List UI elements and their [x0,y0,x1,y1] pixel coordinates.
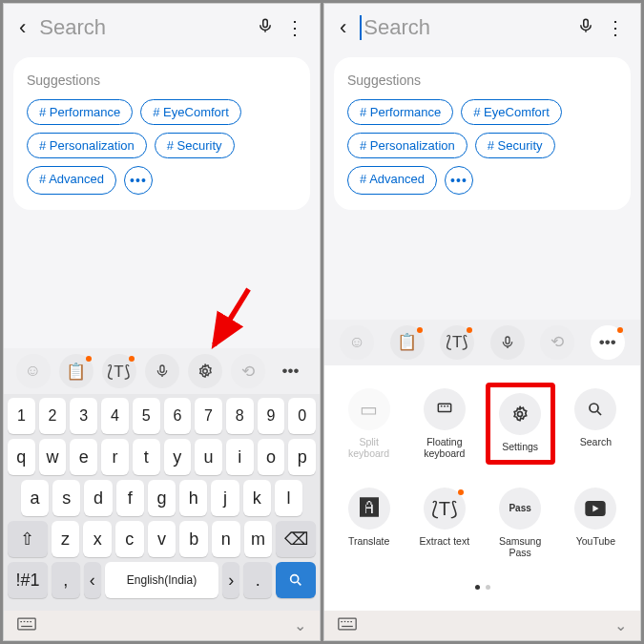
key-v[interactable]: v [148,521,177,557]
key-7[interactable]: 7 [195,398,222,434]
samsung-pass-button[interactable]: Pass Samsung Pass [486,482,555,564]
key-1[interactable]: 1 [8,398,35,434]
chip-more-icon[interactable]: ••• [445,166,473,195]
toolbar-more-icon[interactable]: ••• [274,354,308,388]
settings-icon [499,393,541,435]
key-3[interactable]: 3 [70,398,97,434]
search-input[interactable]: Search [360,15,566,40]
key-h[interactable]: h [179,480,207,516]
collapse-icon[interactable]: ⌄ [614,616,627,634]
key-i[interactable]: i [226,439,254,475]
voice-icon[interactable] [145,354,179,388]
keyboard-mode-icon[interactable] [338,617,357,634]
key-j[interactable]: j [211,480,239,516]
key-t[interactable]: t [133,439,160,475]
search-icon [574,388,616,430]
search-input[interactable]: Search [39,15,245,40]
extract-text-button[interactable]: ⟅T⟆ Extract text [409,482,479,564]
search-key[interactable] [276,562,316,598]
key-w[interactable]: w [39,439,67,475]
chip[interactable]: # Advanced [27,166,116,195]
chip[interactable]: # Performance [347,99,453,125]
text-extract-icon[interactable]: ⟅T⟆ [102,354,136,388]
key-q[interactable]: q [8,439,35,475]
key-b[interactable]: b [179,521,208,557]
key-s[interactable]: s [52,480,80,516]
key-l[interactable]: l [275,480,302,516]
voice-icon[interactable] [490,325,525,360]
key-c[interactable]: c [115,521,144,557]
chip[interactable]: # Personalization [27,133,147,158]
settings-icon[interactable] [188,354,222,388]
chip[interactable]: # Performance [27,99,133,125]
mic-icon[interactable] [577,17,594,39]
chip[interactable]: # Personalization [347,133,467,158]
emoji-icon[interactable]: ☺ [340,325,374,360]
chip[interactable]: # Security [475,133,555,158]
translate-icon[interactable]: ⟲ [231,354,265,388]
key-n[interactable]: n [212,521,240,557]
suggestions-title: Suggestions [347,73,617,88]
chip[interactable]: # Advanced [347,166,437,195]
comma-key[interactable]: , [52,562,80,598]
translate-button[interactable]: 🅰 Translate [334,482,404,564]
extract-text-icon: ⟅T⟆ [424,488,466,530]
key-f[interactable]: f [116,480,144,516]
translate-icon[interactable]: ⟲ [540,325,574,360]
key-a[interactable]: a [21,480,49,516]
chip[interactable]: # EyeComfort [140,99,240,125]
chip[interactable]: # Security [155,133,235,158]
lang-prev-key[interactable]: ‹ [84,562,101,598]
key-m[interactable]: m [244,521,273,557]
more-icon[interactable]: ⋮ [606,16,625,39]
chip[interactable]: # EyeComfort [461,99,561,125]
back-icon[interactable]: ‹ [340,15,346,40]
toolbar-more-icon[interactable]: ••• [591,325,625,360]
svg-point-20 [590,404,598,412]
key-u[interactable]: u [195,439,222,475]
lang-next-key[interactable]: › [222,562,239,598]
backspace-key[interactable]: ⌫ [276,521,316,557]
clipboard-icon[interactable]: 📋 [59,354,93,388]
keyboard-tools-grid: ▭ Split keyboard Floating keyboard Setti… [324,365,640,611]
period-key[interactable]: . [243,562,272,598]
split-keyboard-button[interactable]: ▭ Split keyboard [334,383,404,465]
key-g[interactable]: g [148,480,176,516]
key-p[interactable]: p [288,439,316,475]
youtube-button[interactable]: YouTube [561,482,631,564]
keyboard-search-button[interactable]: Search [561,383,631,465]
key-y[interactable]: y [164,439,192,475]
key-k[interactable]: k [243,480,271,516]
key-z[interactable]: z [52,521,80,557]
key-2[interactable]: 2 [39,398,67,434]
symbols-key[interactable]: !#1 [8,562,48,598]
key-5[interactable]: 5 [133,398,160,434]
key-0[interactable]: 0 [288,398,316,434]
key-d[interactable]: d [84,480,112,516]
key-e[interactable]: e [70,439,97,475]
svg-point-3 [202,369,207,374]
keyboard-mode-icon[interactable] [17,617,36,634]
key-o[interactable]: o [258,439,285,475]
clipboard-icon[interactable]: 📋 [390,325,425,360]
keyboard-settings-button[interactable]: Settings [486,383,555,465]
floating-keyboard-button[interactable]: Floating keyboard [409,383,479,465]
chip-more-icon[interactable]: ••• [124,166,153,195]
phone-left: ‹ Search ⋮ Suggestions # Performance # E… [3,3,321,641]
mic-icon[interactable] [257,17,274,39]
key-x[interactable]: x [83,521,112,557]
search-bar: ‹ Search ⋮ [324,4,640,52]
phone-right: ‹ Search ⋮ Suggestions # Performance # E… [323,3,641,641]
key-9[interactable]: 9 [258,398,285,434]
collapse-icon[interactable]: ⌄ [294,616,306,634]
back-icon[interactable]: ‹ [19,15,26,40]
shift-key[interactable]: ⇧ [8,521,48,557]
space-key[interactable]: English(India) [105,562,219,598]
more-icon[interactable]: ⋮ [285,16,304,39]
emoji-icon[interactable]: ☺ [16,354,51,388]
text-extract-icon[interactable]: ⟅T⟆ [440,325,474,360]
key-6[interactable]: 6 [164,398,192,434]
key-r[interactable]: r [101,439,129,475]
key-4[interactable]: 4 [101,398,129,434]
key-8[interactable]: 8 [226,398,254,434]
